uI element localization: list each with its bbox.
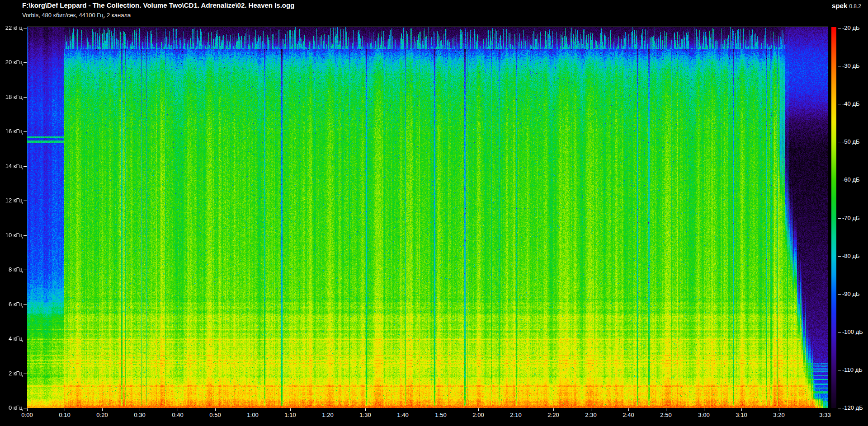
db-tick (838, 66, 841, 66)
time-tick (253, 408, 253, 411)
db-tick-label: -80 дБ (842, 253, 860, 259)
freq-tick-label: 6 кГц (0, 301, 23, 308)
freq-tick (24, 97, 27, 98)
db-tick-label: -90 дБ (842, 290, 860, 297)
time-tick-label: 1:40 (397, 412, 408, 418)
time-tick (140, 408, 140, 411)
freq-tick-label: 22 кГц (0, 24, 23, 31)
time-tick (666, 408, 666, 411)
db-tick-label: -40 дБ (842, 100, 860, 107)
app-brand: spek0.8.2 (832, 2, 861, 9)
file-path-title: F:\korg\Def Leppard - The Collection. Vo… (22, 1, 294, 9)
time-tick (365, 408, 366, 411)
db-tick (838, 294, 841, 295)
db-tick-label: -60 дБ (842, 176, 860, 183)
db-tick-label: -20 дБ (842, 24, 860, 31)
time-tick-label: 2:20 (547, 412, 559, 418)
db-colorbar (831, 27, 836, 408)
freq-tick-label: 10 кГц (0, 232, 23, 239)
spek-window: F:\korg\Def Leppard - The Collection. Vo… (0, 0, 868, 426)
db-tick-label: -100 дБ (842, 328, 863, 335)
time-tick (215, 408, 216, 411)
freq-tick (24, 304, 27, 305)
time-tick (403, 408, 403, 411)
time-tick (178, 408, 178, 411)
freq-tick-label: 8 кГц (0, 266, 23, 273)
db-tick (838, 218, 841, 219)
time-tick-label: 1:10 (284, 412, 296, 418)
freq-tick-label: 20 кГц (0, 59, 23, 66)
time-tick-label: 0:40 (172, 412, 183, 418)
db-tick (838, 370, 841, 370)
freq-tick-label: 18 кГц (0, 94, 23, 100)
freq-tick (24, 235, 27, 236)
time-tick (516, 408, 516, 411)
time-tick-label: 1:30 (359, 412, 371, 418)
time-tick (478, 408, 479, 411)
time-tick (65, 408, 65, 411)
stream-info: Vorbis, 480 кбит/сек, 44100 Гц, 2 канала (22, 12, 131, 19)
db-tick-label: -110 дБ (842, 366, 863, 373)
freq-tick (24, 62, 27, 63)
freq-tick (24, 339, 27, 339)
time-tick-label: 0:00 (21, 412, 33, 418)
db-tick (838, 256, 841, 257)
time-tick-label: 2:40 (623, 412, 634, 418)
freq-tick-label: 12 кГц (0, 197, 23, 204)
spectrogram-plot (27, 27, 828, 408)
db-tick-label: -120 дБ (842, 404, 863, 411)
time-tick (741, 408, 742, 411)
db-tick (838, 332, 841, 332)
db-tick-label: -30 дБ (842, 62, 860, 69)
db-tick-label: -50 дБ (842, 138, 860, 145)
time-tick-label: 3:00 (698, 412, 709, 418)
time-tick (553, 408, 554, 411)
time-tick (591, 408, 591, 411)
time-tick (779, 408, 779, 411)
db-tick (838, 104, 841, 104)
time-tick-label: 0:20 (96, 412, 108, 418)
time-tick-label: 1:20 (322, 412, 333, 418)
db-tick (838, 408, 841, 408)
time-tick (328, 408, 328, 411)
time-tick-label: 2:30 (585, 412, 596, 418)
db-tick-label: -70 дБ (842, 215, 860, 221)
db-tick (838, 180, 841, 180)
time-tick (828, 408, 828, 411)
freq-tick (24, 374, 27, 374)
time-tick (102, 408, 103, 411)
time-tick-label: 2:10 (510, 412, 521, 418)
freq-tick-label: 16 кГц (0, 128, 23, 135)
time-tick-label: 2:50 (660, 412, 671, 418)
time-tick (27, 408, 28, 411)
db-tick (838, 28, 841, 28)
freq-tick (24, 201, 27, 201)
app-name: spek (832, 2, 847, 9)
time-tick-label: 3:33 (819, 412, 830, 418)
time-tick-label: 3:20 (773, 412, 784, 418)
time-tick-label: 3:10 (736, 412, 747, 418)
time-tick (704, 408, 704, 411)
freq-tick-label: 4 кГц (0, 335, 23, 342)
db-tick (838, 142, 841, 142)
freq-tick (24, 28, 27, 28)
freq-tick (24, 270, 27, 270)
freq-tick (24, 408, 27, 408)
time-tick-label: 1:00 (247, 412, 258, 418)
time-tick (290, 408, 291, 411)
app-version: 0.8.2 (849, 3, 861, 9)
time-tick (441, 408, 441, 411)
spectrogram-canvas (27, 27, 828, 408)
time-tick (628, 408, 629, 411)
time-tick-label: 0:30 (134, 412, 145, 418)
time-tick-label: 1:50 (435, 412, 446, 418)
freq-tick (24, 166, 27, 167)
freq-tick-label: 0 кГц (0, 404, 23, 411)
freq-tick (24, 131, 27, 132)
freq-tick-label: 14 кГц (0, 163, 23, 169)
time-tick-label: 0:50 (209, 412, 221, 418)
time-tick-label: 0:10 (59, 412, 70, 418)
time-tick-label: 2:00 (472, 412, 484, 418)
freq-tick-label: 2 кГц (0, 370, 23, 377)
